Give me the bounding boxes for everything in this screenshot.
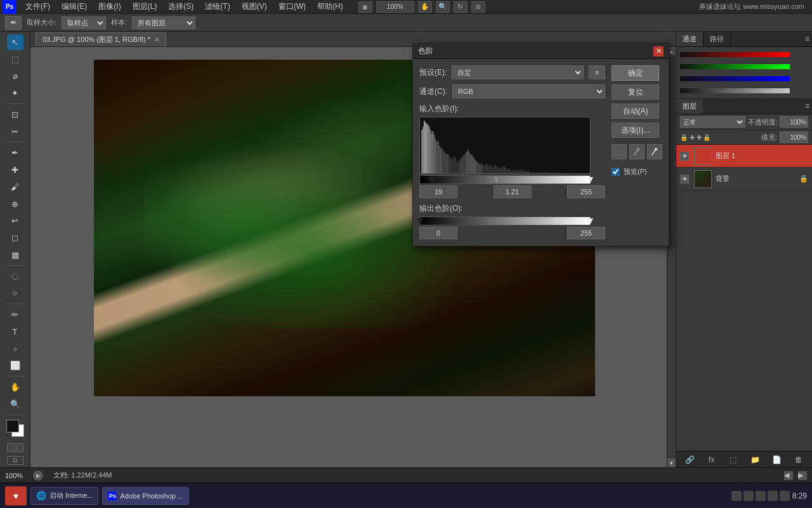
svg-rect-77 bbox=[517, 170, 518, 173]
bg-layer-visibility-icon[interactable]: 👁 bbox=[680, 175, 689, 184]
input-mid-value[interactable]: 1.21 bbox=[494, 185, 532, 198]
tab-channels[interactable]: 通道 bbox=[676, 32, 704, 46]
erase-tool-icon[interactable]: ◻ bbox=[7, 230, 23, 246]
lasso-tool-icon[interactable]: ⌀ bbox=[7, 69, 23, 84]
svg-rect-46 bbox=[478, 163, 480, 173]
output-white-handle[interactable] bbox=[587, 218, 593, 225]
menu-layer[interactable]: 图层(L) bbox=[128, 0, 162, 13]
quick-mask-icon[interactable]: ⬚ bbox=[7, 443, 23, 452]
taskbar-btn-internet[interactable]: 🌐 启动 Interne... bbox=[30, 487, 98, 505]
tab-layers[interactable]: 图层 bbox=[676, 99, 703, 114]
shape-tool-icon[interactable]: ⬜ bbox=[7, 358, 23, 373]
input-white-value[interactable]: 255 bbox=[567, 185, 605, 198]
preview-checkbox[interactable] bbox=[612, 168, 620, 176]
preset-select[interactable]: 自定 默认 bbox=[452, 65, 584, 79]
output-black-value[interactable] bbox=[419, 227, 457, 239]
layer-row-bg[interactable]: 👁 背景 🔒 bbox=[676, 168, 812, 190]
scroll-right-btn[interactable]: ▶ bbox=[798, 471, 807, 480]
foreground-color-box[interactable] bbox=[6, 420, 19, 432]
layers-menu-icon[interactable]: ≡ bbox=[802, 99, 812, 114]
fx-btn[interactable]: fx bbox=[704, 453, 718, 467]
screen-mode-icon[interactable]: ⊡ bbox=[7, 456, 23, 465]
blur-tool-icon[interactable]: ◌ bbox=[7, 269, 23, 284]
output-white-value[interactable] bbox=[567, 227, 605, 239]
new-group-btn[interactable]: 📁 bbox=[748, 453, 762, 467]
menu-view[interactable]: 视图(V) bbox=[237, 0, 272, 13]
file-tab[interactable]: 03.JPG @ 100% (图层 1, RGB/8) * ✕ bbox=[36, 32, 166, 46]
dodge-tool-icon[interactable]: ○ bbox=[7, 285, 23, 301]
menu-file[interactable]: 文件(F) bbox=[20, 0, 55, 13]
menu-help[interactable]: 帮助(H) bbox=[312, 0, 348, 13]
input-mid-handle[interactable] bbox=[494, 177, 500, 184]
input-white-handle[interactable] bbox=[587, 177, 593, 184]
crop-tool-icon[interactable]: ⊡ bbox=[7, 107, 23, 123]
brush-tool-icon[interactable]: 🖌 bbox=[7, 179, 23, 195]
output-black-handle[interactable] bbox=[417, 218, 423, 225]
toolbar-icon-1[interactable]: ▣ bbox=[358, 1, 372, 13]
black-point-eyedropper[interactable] bbox=[612, 144, 627, 159]
fill-label: 填充: bbox=[761, 133, 777, 142]
input-black-value[interactable]: 19 bbox=[419, 185, 457, 198]
pen-tool-icon[interactable]: ✏ bbox=[7, 307, 23, 323]
sample-from-select[interactable]: 所有图层 当前图层 bbox=[132, 17, 195, 29]
svg-rect-47 bbox=[480, 164, 481, 173]
status-menu-icon[interactable]: ▶ bbox=[33, 471, 43, 481]
panel-menu-icon[interactable]: ≡ bbox=[802, 32, 812, 46]
fill-tool-icon[interactable]: ▦ bbox=[7, 247, 23, 263]
wand-tool-icon[interactable]: ✦ bbox=[7, 85, 23, 101]
eyedropper-tool-icon[interactable]: ✒ bbox=[5, 16, 22, 30]
sample-size-select[interactable]: 取样点 3x3平均 bbox=[62, 17, 106, 29]
blend-mode-select[interactable]: 正常 溶解 正片叠底 bbox=[680, 116, 745, 128]
link-layers-btn[interactable]: 🔗 bbox=[683, 453, 697, 467]
svg-rect-79 bbox=[519, 170, 520, 173]
tool-sep-6 bbox=[6, 415, 25, 415]
layer-row-1[interactable]: 👁 图层 1 bbox=[676, 145, 812, 168]
white-point-eyedropper[interactable] bbox=[647, 144, 662, 159]
color-swatch[interactable] bbox=[6, 420, 24, 437]
scroll-left-btn[interactable]: ◀ bbox=[784, 471, 793, 480]
zoom-tool-icon[interactable]: 🔍 bbox=[436, 1, 450, 13]
close-tab-icon[interactable]: ✕ bbox=[154, 36, 159, 43]
options-button[interactable]: 选项(I)... bbox=[612, 123, 659, 138]
add-mask-btn[interactable]: ⬚ bbox=[726, 453, 740, 467]
hand-tool-btn[interactable]: ✋ bbox=[7, 379, 23, 395]
auto-button[interactable]: 自动(A) bbox=[612, 104, 659, 119]
new-layer-btn[interactable]: 📄 bbox=[769, 453, 783, 467]
view-icon[interactable]: ⊞ bbox=[471, 1, 485, 13]
opacity-input[interactable] bbox=[780, 116, 808, 128]
delete-layer-btn[interactable]: 🗑 bbox=[792, 453, 806, 467]
svg-rect-35 bbox=[464, 154, 466, 173]
svg-rect-67 bbox=[504, 167, 506, 173]
rotate-icon[interactable]: ↻ bbox=[454, 1, 468, 13]
move-tool-icon[interactable]: ↖ bbox=[7, 34, 23, 50]
history-brush-icon[interactable]: ↩ bbox=[7, 213, 23, 229]
channel-select[interactable]: RGB 红 绿 蓝 bbox=[452, 84, 605, 98]
reset-button[interactable]: 复位 bbox=[612, 84, 659, 100]
zoom-tool-btn[interactable]: 🔍 bbox=[7, 396, 23, 412]
taskbar-btn-photoshop[interactable]: Ps Adobe Photoshop ... bbox=[102, 487, 189, 505]
menu-window[interactable]: 窗口(W) bbox=[273, 0, 311, 13]
start-button[interactable]: ♥ bbox=[5, 486, 27, 505]
menu-image[interactable]: 图像(I) bbox=[93, 0, 126, 13]
eyedropper-icon[interactable]: ✒ bbox=[7, 145, 23, 161]
gray-point-eyedropper[interactable] bbox=[629, 144, 645, 159]
menu-select[interactable]: 选择(S) bbox=[163, 0, 199, 13]
input-black-handle[interactable] bbox=[429, 177, 435, 184]
clone-tool-icon[interactable]: ⊕ bbox=[7, 196, 23, 212]
fill-input[interactable] bbox=[780, 131, 808, 143]
hand-tool-icon[interactable]: ✋ bbox=[418, 1, 432, 13]
preset-menu-btn[interactable]: ≡ bbox=[589, 65, 605, 79]
marquee-tool-icon[interactable]: ⬚ bbox=[7, 51, 23, 67]
ok-button[interactable]: 确定 bbox=[612, 65, 659, 81]
text-tool-icon[interactable]: T bbox=[7, 324, 23, 340]
heal-tool-icon[interactable]: ✚ bbox=[7, 162, 23, 178]
layer-1-visibility-icon[interactable]: 👁 bbox=[680, 152, 689, 161]
path-select-icon[interactable]: ⬦ bbox=[7, 341, 23, 357]
tab-paths[interactable]: 路径 bbox=[704, 32, 731, 46]
menu-edit[interactable]: 编辑(E) bbox=[56, 0, 92, 13]
tool-sep-4 bbox=[6, 304, 25, 304]
menu-filter[interactable]: 滤镜(T) bbox=[200, 0, 235, 13]
scroll-down-arrow[interactable]: ▼ bbox=[667, 458, 676, 467]
dialog-close-button[interactable]: ✕ bbox=[653, 46, 664, 57]
slice-tool-icon[interactable]: ✂ bbox=[7, 124, 23, 140]
